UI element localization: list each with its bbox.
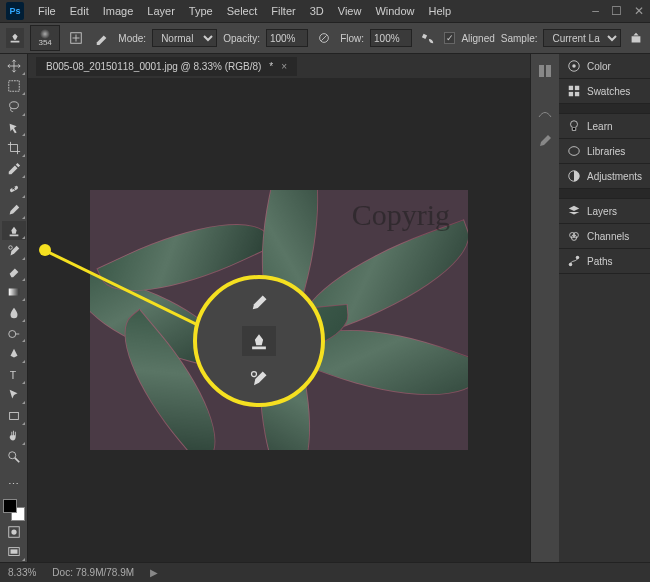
menu-edit[interactable]: Edit: [64, 3, 95, 19]
lasso-tool[interactable]: [2, 97, 26, 117]
airbrush-icon[interactable]: [418, 27, 438, 49]
brush-panel-toggle-icon[interactable]: [66, 27, 86, 49]
sample-label: Sample:: [501, 33, 538, 44]
status-bar: 8.33% Doc: 78.9M/78.9M ▶: [0, 562, 650, 582]
healing-brush-tool[interactable]: [2, 180, 26, 200]
gradient-tool[interactable]: [2, 283, 26, 303]
panel-libraries[interactable]: Libraries: [559, 139, 650, 164]
type-tool[interactable]: T: [2, 365, 26, 385]
opacity-label: Opacity:: [223, 33, 260, 44]
pressure-opacity-icon[interactable]: [314, 27, 334, 49]
pen-tool[interactable]: [2, 344, 26, 364]
svg-point-12: [11, 529, 16, 534]
svg-point-5: [8, 246, 12, 250]
blend-mode-select[interactable]: Normal: [152, 29, 217, 47]
document-tabs: B005-08_20150118_0001.jpg @ 8.33% (RGB/8…: [28, 54, 530, 78]
svg-rect-22: [569, 92, 573, 96]
svg-point-19: [572, 64, 576, 68]
panel-swatches[interactable]: Swatches: [559, 79, 650, 104]
minimize-button[interactable]: –: [592, 4, 599, 18]
flow-label: Flow:: [340, 33, 364, 44]
svg-point-15: [252, 372, 257, 377]
doc-size[interactable]: Doc: 78.9M/78.9M: [52, 567, 134, 578]
right-panel-dock: Color Swatches Learn Libraries Adjustmen…: [530, 54, 650, 562]
svg-point-7: [8, 330, 15, 337]
collapsed-panel-icon-1[interactable]: [533, 60, 557, 82]
screen-mode-button[interactable]: [2, 542, 26, 562]
menu-help[interactable]: Help: [423, 3, 458, 19]
menu-file[interactable]: File: [32, 3, 62, 19]
collapsed-panel-strip: [531, 54, 559, 562]
status-menu-icon[interactable]: ▶: [150, 567, 158, 578]
svg-rect-20: [569, 86, 573, 90]
zoomed-brush-tool-icon: [242, 288, 276, 318]
brush-preset-picker[interactable]: 354: [30, 25, 60, 51]
panel-paths[interactable]: Paths: [559, 249, 650, 274]
svg-rect-9: [9, 412, 18, 419]
share-icon[interactable]: [627, 29, 644, 47]
eyedropper-tool[interactable]: [2, 159, 26, 179]
move-tool[interactable]: [2, 56, 26, 76]
dodge-tool[interactable]: [2, 324, 26, 344]
zoom-tool[interactable]: [2, 447, 26, 467]
eraser-tool[interactable]: [2, 262, 26, 282]
color-swatches[interactable]: [3, 499, 25, 521]
svg-rect-2: [8, 81, 19, 92]
blur-tool[interactable]: [2, 303, 26, 323]
zoomed-clone-stamp-tool-icon: [242, 326, 276, 356]
history-brush-tool[interactable]: [2, 241, 26, 261]
menu-select[interactable]: Select: [221, 3, 264, 19]
options-bar: 354 Mode: Normal Opacity: Flow: ✓ Aligne…: [0, 22, 650, 54]
aligned-label: Aligned: [461, 33, 494, 44]
titlebar: Ps File Edit Image Layer Type Select Fil…: [0, 0, 650, 22]
zoom-value[interactable]: 8.33%: [8, 567, 36, 578]
canvas[interactable]: Copyrig: [28, 78, 530, 562]
menu-layer[interactable]: Layer: [141, 3, 181, 19]
close-button[interactable]: ✕: [634, 4, 644, 18]
brush-tool[interactable]: [2, 200, 26, 220]
rectangle-tool[interactable]: [2, 406, 26, 426]
brush-size-value: 354: [38, 39, 51, 47]
hand-tool[interactable]: [2, 427, 26, 447]
document-tab-title: B005-08_20150118_0001.jpg @ 8.33% (RGB/8…: [46, 61, 261, 72]
panel-color[interactable]: Color: [559, 54, 650, 79]
flow-input[interactable]: [370, 29, 412, 47]
menu-filter[interactable]: Filter: [265, 3, 301, 19]
svg-rect-23: [575, 92, 579, 96]
collapsed-panel-icon-3[interactable]: [533, 130, 557, 152]
document-tab[interactable]: B005-08_20150118_0001.jpg @ 8.33% (RGB/8…: [36, 57, 297, 76]
panel-layers[interactable]: Layers: [559, 199, 650, 224]
quick-mask-button[interactable]: [2, 522, 26, 542]
marquee-tool[interactable]: [2, 77, 26, 97]
menu-view[interactable]: View: [332, 3, 368, 19]
clone-stamp-tool[interactable]: [2, 221, 26, 241]
document-area: B005-08_20150118_0001.jpg @ 8.33% (RGB/8…: [28, 54, 530, 562]
active-tool-icon[interactable]: [6, 28, 24, 48]
panel-adjustments[interactable]: Adjustments: [559, 164, 650, 189]
menu-window[interactable]: Window: [369, 3, 420, 19]
crop-tool[interactable]: [2, 138, 26, 158]
sample-select[interactable]: Current Layer: [543, 29, 621, 47]
panel-learn[interactable]: Learn: [559, 114, 650, 139]
foreground-color-swatch[interactable]: [3, 499, 17, 513]
aligned-checkbox[interactable]: ✓: [444, 32, 455, 44]
menu-type[interactable]: Type: [183, 3, 219, 19]
watermark-text: Copyrig: [352, 198, 450, 232]
menu-3d[interactable]: 3D: [304, 3, 330, 19]
svg-point-24: [570, 121, 577, 128]
zoomed-history-brush-tool-icon: [242, 364, 276, 394]
svg-text:T: T: [9, 368, 16, 380]
maximize-button[interactable]: ☐: [611, 4, 622, 18]
opacity-input[interactable]: [266, 29, 308, 47]
quick-selection-tool[interactable]: [2, 118, 26, 138]
path-selection-tool[interactable]: [2, 386, 26, 406]
collapsed-panel-icon-2[interactable]: [533, 104, 557, 126]
svg-rect-14: [10, 550, 17, 554]
menu-image[interactable]: Image: [97, 3, 140, 19]
brush-settings-icon[interactable]: [92, 27, 112, 49]
edit-toolbar-button[interactable]: ⋯: [2, 475, 26, 495]
close-tab-icon[interactable]: ×: [281, 61, 287, 72]
panel-channels[interactable]: Channels: [559, 224, 650, 249]
svg-point-10: [8, 452, 15, 459]
mode-label: Mode:: [118, 33, 146, 44]
